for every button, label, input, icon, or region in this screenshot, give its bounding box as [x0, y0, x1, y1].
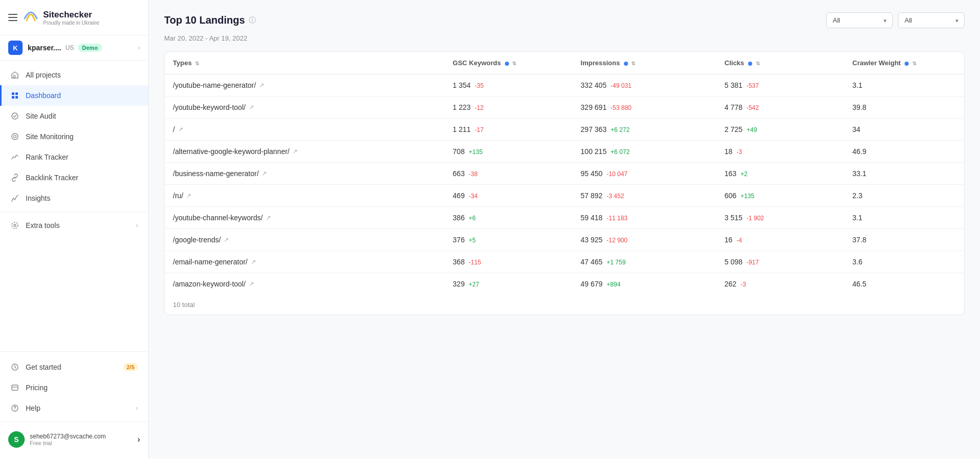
- sidebar-item-insights[interactable]: Insights: [0, 188, 148, 208]
- crawler-sort-icon[interactable]: ⇅: [912, 61, 916, 66]
- clicks-delta: +49: [747, 126, 757, 133]
- project-initial: K: [8, 41, 23, 55]
- gsc-value: 1 354: [453, 81, 471, 89]
- crawler-value: 33.1: [852, 169, 866, 178]
- sidebar-item-site-audit[interactable]: Site Audit: [0, 106, 148, 126]
- imp-delta: -12 900: [606, 237, 628, 244]
- main-inner: Top 10 Landings ⓘ All All Mar 20, 2022 -…: [149, 0, 980, 459]
- cell-crawler: 39.8: [844, 97, 964, 119]
- sidebar-header: Sitechecker Proudly made in Ukraine: [0, 0, 148, 35]
- external-link-icon[interactable]: ↗: [259, 82, 264, 89]
- svg-rect-2: [15, 92, 18, 95]
- cell-clicks: 2 725 +49: [716, 119, 844, 141]
- sidebar-item-get-started[interactable]: Get started 2/5: [0, 357, 148, 377]
- crawler-value: 34: [852, 125, 860, 133]
- gsc-value: 1 211: [453, 125, 471, 133]
- external-link-icon[interactable]: ↗: [266, 214, 271, 221]
- col-header-types: Types ⇅: [165, 52, 444, 74]
- sidebar-item-pricing[interactable]: Pricing: [0, 377, 148, 398]
- clicks-value: 5 381: [724, 81, 742, 89]
- type-link[interactable]: /google-trends/ ↗: [173, 236, 436, 244]
- cell-gsc: 386 +6: [444, 207, 572, 229]
- project-selector[interactable]: K kparser.... US Demo ›: [0, 35, 148, 61]
- external-link-icon[interactable]: ↗: [186, 192, 191, 199]
- all-projects-label: All projects: [26, 71, 61, 79]
- user-profile[interactable]: S seheb67273@svcache.com Free trial ›: [0, 425, 148, 454]
- external-link-icon[interactable]: ↗: [224, 236, 229, 243]
- type-text: /email-name-generator/: [173, 258, 248, 266]
- sidebar-item-help[interactable]: Help ›: [0, 398, 148, 418]
- cell-gsc: 469 -34: [444, 185, 572, 207]
- pricing-icon: [10, 383, 19, 392]
- sidebar-item-site-monitoring[interactable]: Site Monitoring: [0, 126, 148, 147]
- clicks-delta: -917: [747, 259, 759, 266]
- cell-crawler: 37.8: [844, 229, 964, 251]
- cell-clicks: 262 -3: [716, 273, 844, 295]
- type-link[interactable]: /alternative-google-keyword-planner/ ↗: [173, 147, 436, 156]
- external-link-icon[interactable]: ↗: [262, 170, 267, 177]
- type-link[interactable]: /youtube-keyword-tool/ ↗: [173, 103, 436, 111]
- external-link-icon[interactable]: ↗: [178, 126, 183, 133]
- gsc-delta: +6: [469, 215, 476, 222]
- filter1-select[interactable]: All: [826, 12, 893, 28]
- sidebar-item-dashboard[interactable]: Dashboard: [0, 85, 148, 106]
- menu-toggle[interactable]: [8, 14, 17, 21]
- imp-sort-icon[interactable]: ⇅: [631, 61, 635, 66]
- external-link-icon[interactable]: ↗: [249, 104, 254, 111]
- cell-impressions: 57 892 -3 452: [573, 185, 716, 207]
- insights-label: Insights: [26, 194, 50, 202]
- type-text: /google-trends/: [173, 236, 221, 244]
- svg-point-13: [14, 410, 15, 410]
- type-link[interactable]: /ru/ ↗: [173, 192, 436, 200]
- type-link[interactable]: /business-name-generator/ ↗: [173, 169, 436, 178]
- svg-point-9: [12, 222, 18, 228]
- gsc-value: 376: [453, 236, 464, 244]
- type-link[interactable]: / ↗: [173, 125, 436, 133]
- project-meta: kparser.... US Demo: [28, 44, 133, 52]
- cell-clicks: 5 381 -537: [716, 74, 844, 97]
- table-body: /youtube-name-generator/ ↗ 1 354 -35332 …: [165, 74, 964, 295]
- gsc-delta: -17: [475, 126, 483, 133]
- sidebar-item-all-projects[interactable]: All projects: [0, 65, 148, 85]
- clicks-delta: -537: [747, 82, 759, 89]
- imp-info-icon[interactable]: [624, 62, 628, 66]
- imp-delta: +6 272: [611, 126, 630, 133]
- clicks-sort-icon[interactable]: ⇅: [756, 61, 760, 66]
- type-link[interactable]: /youtube-name-generator/ ↗: [173, 81, 436, 89]
- crawler-value: 3.1: [852, 81, 862, 89]
- gsc-info-icon[interactable]: [505, 62, 509, 66]
- gsc-delta: +27: [469, 281, 479, 288]
- table-row: /google-trends/ ↗ 376 +543 925 -12 90016…: [165, 229, 964, 251]
- filter2-select[interactable]: All: [898, 12, 965, 28]
- sidebar-item-backlink-tracker[interactable]: Backlink Tracker: [0, 167, 148, 188]
- user-chevron-icon: ›: [138, 435, 140, 444]
- imp-delta: -10 047: [606, 170, 628, 178]
- external-link-icon[interactable]: ↗: [251, 258, 256, 265]
- type-link[interactable]: /amazon-keyword-tool/ ↗: [173, 280, 436, 288]
- project-name: kparser....: [28, 44, 61, 52]
- sidebar-footer: Get started 2/5 Pricing Help › S seheb67…: [0, 351, 148, 459]
- clicks-info-icon[interactable]: [748, 62, 752, 66]
- table-row: /youtube-channel-keywords/ ↗ 386 +659 41…: [165, 207, 964, 229]
- type-link[interactable]: /email-name-generator/ ↗: [173, 258, 436, 266]
- cell-crawler: 46.9: [844, 141, 964, 163]
- gsc-delta: +5: [469, 237, 476, 244]
- clicks-value: 4 778: [724, 103, 742, 111]
- backlink-tracker-label: Backlink Tracker: [26, 174, 79, 182]
- sidebar-item-extra-tools[interactable]: Extra tools ›: [0, 215, 148, 236]
- backlink-icon: [10, 173, 19, 182]
- sidebar-item-rank-tracker[interactable]: Rank Tracker: [0, 147, 148, 167]
- type-link[interactable]: /youtube-channel-keywords/ ↗: [173, 214, 436, 222]
- cell-type: /email-name-generator/ ↗: [165, 251, 444, 273]
- gsc-sort-icon[interactable]: ⇅: [512, 61, 516, 66]
- table-row: /business-name-generator/ ↗ 663 -3895 45…: [165, 163, 964, 185]
- cell-type: /youtube-channel-keywords/ ↗: [165, 207, 444, 229]
- external-link-icon[interactable]: ↗: [292, 148, 298, 155]
- user-avatar: S: [8, 431, 25, 448]
- main-content: Top 10 Landings ⓘ All All Mar 20, 2022 -…: [149, 0, 980, 459]
- types-sort-icon[interactable]: ⇅: [195, 61, 199, 66]
- crawler-info-icon[interactable]: [905, 62, 909, 66]
- imp-value: 95 450: [581, 169, 603, 178]
- external-link-icon[interactable]: ↗: [249, 280, 254, 288]
- title-info-icon[interactable]: ⓘ: [249, 16, 256, 25]
